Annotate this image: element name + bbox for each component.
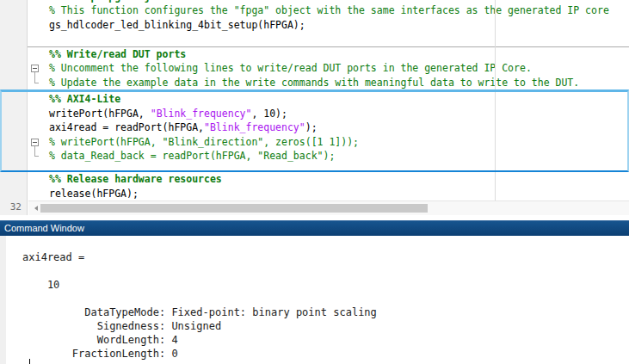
code-line-25[interactable]: 25writePort(hFPGA, "Blink_frequency", 10…	[0, 107, 629, 121]
code-line-30[interactable]: 30%% Release hardware resources	[0, 172, 629, 187]
code-text: % writePort(hFPGA, "Blink_direction", ze…	[46, 135, 629, 150]
fold-column	[28, 18, 46, 33]
fold-column	[28, 47, 46, 62]
code-text: %% Release hardware resources	[46, 172, 629, 187]
code-text: axi4read = readPort(hFPGA,"Blink_frequen…	[46, 120, 629, 135]
code-text: %% AXI4-Lite	[46, 92, 629, 107]
fold-column	[28, 92, 46, 107]
code-text: %% Write/read DUT ports	[46, 47, 629, 62]
code-line-29[interactable]: 29	[0, 163, 629, 171]
editor-lines-write-read: 21%% Write/read DUT ports22% Uncomment t…	[0, 47, 629, 90]
code-text	[46, 32, 629, 46]
code-line-31[interactable]: 31release(hFPGA);	[0, 187, 629, 201]
code-text: % This function configures the "fpga" ob…	[46, 3, 629, 18]
matlab-window: 32 17%% Setup fpga object 18% This funct…	[0, 0, 629, 364]
code-fold-minus-icon[interactable]	[28, 61, 46, 76]
line-number[interactable]: 32	[0, 201, 28, 215]
code-text: % data_Read_back = readPort(hFPGA, "Read…	[46, 149, 629, 163]
code-line-28[interactable]: 28% data_Read_back = readPort(hFPGA, "Re…	[0, 149, 629, 163]
code-text: % Uncomment the following lines to write…	[46, 61, 629, 76]
text-limit-guide	[495, 0, 496, 203]
code-text: % Update the example data in the write c…	[46, 76, 629, 90]
code-text	[46, 163, 629, 171]
fold-column	[28, 120, 46, 135]
fold-column	[28, 172, 46, 187]
scrollbar-thumb[interactable]	[40, 204, 428, 213]
horizontal-scrollbar[interactable]	[28, 201, 629, 215]
code-line-23[interactable]: 23% Update the example data in the write…	[0, 76, 629, 90]
fold-column	[28, 32, 46, 46]
fold-column	[28, 107, 46, 121]
code-fold-minus-icon[interactable]	[28, 135, 46, 150]
scrollbar-left-arrow-icon[interactable]	[34, 206, 38, 211]
editor-lines-setup: 18% This function configures the "fpga" …	[0, 3, 629, 46]
code-line-20[interactable]: 20	[0, 32, 629, 46]
code-line-21[interactable]: 21%% Write/read DUT ports	[0, 47, 629, 62]
code-line-19[interactable]: 19gs_hdlcoder_led_blinking_4bit_setup(hF…	[0, 18, 629, 33]
command-window-output: axi4read = 10 DataTypeMode: Fixed-point:…	[0, 236, 629, 361]
command-window-titlebar[interactable]: Command Window	[0, 220, 629, 236]
code-line-26[interactable]: 26axi4read = readPort(hFPGA,"Blink_frequ…	[0, 120, 629, 135]
command-window-title: Command Window	[4, 223, 84, 233]
text-cursor	[29, 359, 30, 364]
code-line-27[interactable]: 27% writePort(hFPGA, "Blink_direction", …	[0, 135, 629, 150]
code-line-18[interactable]: 18% This function configures the "fpga" …	[0, 3, 629, 18]
command-window-left-margin	[0, 236, 6, 364]
code-line-24[interactable]: 24%% AXI4-Lite	[0, 92, 629, 107]
command-window-content[interactable]: axi4read = 10 DataTypeMode: Fixed-point:…	[0, 236, 629, 364]
editor-lines-release: 30%% Release hardware resources31release…	[0, 172, 629, 201]
editor-lines-axi4-lite: 24%% AXI4-Lite25writePort(hFPGA, "Blink_…	[0, 92, 629, 170]
code-line-22[interactable]: 22% Uncomment the following lines to wri…	[0, 61, 629, 76]
fold-column	[28, 163, 46, 171]
code-text: release(hFPGA);	[46, 187, 629, 201]
code-fold-foot-icon	[28, 149, 46, 163]
editor-gutter	[0, 0, 28, 215]
code-fold-foot-icon	[28, 76, 46, 90]
fold-column	[28, 3, 46, 18]
code-text: writePort(hFPGA, "Blink_frequency", 10);	[46, 107, 629, 121]
fold-column	[28, 187, 46, 201]
code-text: gs_hdlcoder_led_blinking_4bit_setup(hFPG…	[46, 18, 629, 33]
